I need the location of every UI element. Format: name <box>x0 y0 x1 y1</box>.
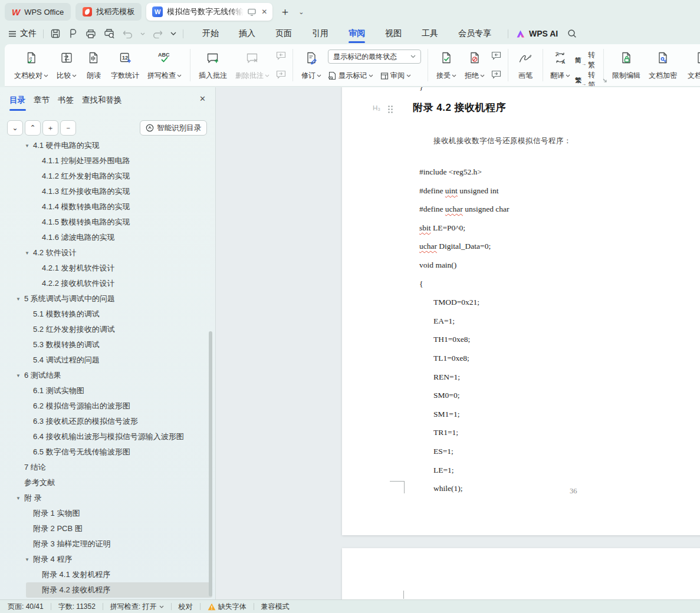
doc-proofread-button[interactable]: a 文档校对 <box>10 46 52 84</box>
show-markup-button[interactable]: 显示标记 <box>328 71 373 81</box>
to-simplified-button[interactable]: 繁→ 转简 <box>575 70 597 87</box>
encrypt-document-button[interactable]: 文档加密 <box>645 46 681 84</box>
sidebar-tab-chapters[interactable]: 章节 <box>34 95 50 107</box>
expand-all-button[interactable]: ⌄ <box>7 120 23 136</box>
menu-tab-reference[interactable]: 引用 <box>302 24 339 44</box>
toc-item[interactable]: 5.4 调试过程的问题 <box>0 352 215 368</box>
save-icon[interactable] <box>50 28 61 39</box>
tab-wps-office-home[interactable]: W WPS Office <box>5 3 71 21</box>
track-changes-button[interactable]: 修订 <box>297 46 326 84</box>
zoom-in-level-button[interactable]: ＋ <box>42 120 58 136</box>
document-canvas[interactable]: } H₃ 附录 4.2 接收机程序 接收机接收数字信号还原模拟信号程序： #in… <box>216 87 700 599</box>
restrict-editing-button[interactable]: 限制编辑 <box>608 46 645 84</box>
menu-tab-home[interactable]: 开始 <box>192 24 229 44</box>
expand-arrow-icon[interactable]: ▼ <box>25 143 33 149</box>
toc-item[interactable]: 4.2.2 接收机软件设计 <box>0 276 215 291</box>
sidebar-tab-bookmarks[interactable]: 书签 <box>58 95 74 107</box>
menu-tab-page[interactable]: 页面 <box>265 24 302 44</box>
toc-scroll-area[interactable]: ▼4.1 硬件电路的实现4.1.1 控制处理器外围电路4.1.2 红外发射电路的… <box>0 141 215 599</box>
menu-tab-view[interactable]: 视图 <box>375 24 412 44</box>
tab-list-chevron-icon[interactable]: ⌄ <box>297 8 305 16</box>
toc-item[interactable]: 附录 2 PCB 图 <box>0 521 215 536</box>
spellcheck-status[interactable]: 拼写检查: 打开 <box>110 602 164 612</box>
word-count-indicator[interactable]: 字数: 11352 <box>58 602 96 612</box>
translate-button[interactable]: 文A 翻译 <box>547 46 573 84</box>
page-indicator[interactable]: 页面: 40/41 <box>8 602 44 612</box>
quick-access-chevron-icon[interactable] <box>170 32 176 35</box>
missing-font-warning[interactable]: 缺失字体 <box>208 602 247 612</box>
toc-item[interactable]: 4.2.1 发射机软件设计 <box>0 261 215 276</box>
toc-item[interactable]: 附录 4.1 发射机程序 <box>0 567 215 582</box>
toc-item[interactable]: ▼4.2 软件设计 <box>0 245 215 261</box>
toc-item[interactable]: 5.2 红外发射接收的调试 <box>0 322 215 337</box>
toc-item[interactable]: 4.1.6 滤波电路的实现 <box>0 230 215 245</box>
toc-item[interactable]: 5.3 数模转换的调试 <box>0 337 215 352</box>
wps-ai-button[interactable]: WPS AI <box>516 29 558 38</box>
sidebar-tab-contents[interactable]: 目录 <box>9 95 25 107</box>
close-sidebar-icon[interactable]: ✕ <box>199 94 206 103</box>
print-preview-icon[interactable] <box>104 28 115 39</box>
presentation-mode-icon[interactable] <box>248 8 256 16</box>
markup-state-dropdown[interactable]: 显示标记的最终状态 <box>328 50 421 64</box>
toc-item[interactable]: 6.2 模拟信号源输出的波形图 <box>0 398 215 414</box>
read-aloud-button[interactable]: 朗读 <box>81 46 107 84</box>
menu-tab-insert[interactable]: 插入 <box>229 24 265 44</box>
previous-change-icon[interactable] <box>491 51 502 61</box>
expand-arrow-icon[interactable]: ▼ <box>25 251 33 256</box>
next-change-icon[interactable] <box>491 70 502 80</box>
toc-item[interactable]: ▼附录 4 程序 <box>0 552 215 567</box>
document-permission-button[interactable]: 文档权限 <box>681 46 700 84</box>
file-menu[interactable]: 文件 <box>8 28 37 39</box>
close-tab-icon[interactable]: ✕ <box>261 8 267 16</box>
menu-tab-tools[interactable]: 工具 <box>412 24 448 44</box>
toc-item[interactable]: 4.1.2 红外发射电路的实现 <box>0 169 215 184</box>
new-tab-button[interactable]: ＋ <box>277 6 293 17</box>
toc-item[interactable]: ▼附 录 <box>0 490 215 506</box>
review-pane-button[interactable]: 审阅 <box>380 71 411 81</box>
spell-check-button[interactable]: ABC 拼写检查 <box>143 46 186 84</box>
toc-item[interactable]: 6.4 接收机输出波形与模拟信号源输入波形图 <box>0 429 215 444</box>
expand-arrow-icon[interactable]: ▼ <box>16 373 24 378</box>
expand-arrow-icon[interactable]: ▼ <box>16 496 24 501</box>
toc-item[interactable]: 附录 3 抽样定理的证明 <box>0 536 215 552</box>
zoom-out-level-button[interactable]: － <box>60 120 76 136</box>
toc-item[interactable]: 4.1.5 数模转换电路的实现 <box>0 215 215 230</box>
toc-item[interactable]: 4.1.3 红外接收电路的实现 <box>0 184 215 199</box>
toc-item[interactable]: 附录 4.2 接收机程序 <box>0 582 215 598</box>
accept-change-button[interactable]: 接受 <box>432 46 461 84</box>
toc-item[interactable]: 7 结论 <box>0 460 215 475</box>
toc-item[interactable]: 4.1.1 控制处理器外围电路 <box>0 153 215 169</box>
collapse-group-arrow-icon[interactable] <box>603 78 607 83</box>
tab-current-document[interactable]: W 模拟信号数字无线传输演示系统 ✕ <box>146 3 272 21</box>
toc-item[interactable]: ▼6 测试结果 <box>0 368 215 383</box>
toc-item[interactable]: 5.1 模数转换的调试 <box>0 306 215 322</box>
toc-item[interactable]: 参考文献 <box>0 475 215 490</box>
expand-arrow-icon[interactable]: ▼ <box>16 296 24 302</box>
smart-toc-button[interactable]: 智能识别目录 <box>140 120 207 136</box>
toc-item[interactable]: ▼5 系统调试与调试中的问题 <box>0 291 215 306</box>
collapse-all-button[interactable]: ⌃ <box>25 120 41 136</box>
insert-comment-button[interactable]: 插入批注 <box>195 46 231 84</box>
sidebar-scrollbar[interactable] <box>209 331 212 596</box>
drag-handle-icon[interactable] <box>387 105 393 114</box>
pen-button[interactable]: 画笔 <box>512 46 538 84</box>
word-count-button[interactable]: 12 字数统计 <box>107 46 143 84</box>
toc-item[interactable]: 6.1 测试实物图 <box>0 383 215 398</box>
compare-button[interactable]: 比较 <box>52 46 81 84</box>
tab-docer-templates[interactable]: 找稻壳模板 <box>75 3 142 21</box>
to-traditional-button[interactable]: 简→ 转繁 <box>575 50 597 70</box>
export-pdf-icon[interactable] <box>68 28 78 39</box>
toc-item[interactable]: 6.5 数字信号无线传输波形图 <box>0 444 215 460</box>
toc-item[interactable]: 附录 1 实物图 <box>0 506 215 521</box>
menu-tab-membership[interactable]: 会员专享 <box>448 24 501 44</box>
expand-arrow-icon[interactable]: ▼ <box>25 557 33 562</box>
print-icon[interactable] <box>86 29 96 39</box>
toc-item[interactable]: 6.3 接收机还原的模拟信号波形 <box>0 414 215 429</box>
reject-change-button[interactable]: 拒绝 <box>461 46 489 84</box>
proofread-status[interactable]: 校对 <box>179 602 193 612</box>
menu-tab-review[interactable]: 审阅 <box>339 24 375 44</box>
toc-item[interactable]: ▼4.1 硬件电路的实现 <box>0 141 215 153</box>
search-icon[interactable] <box>567 29 577 38</box>
sidebar-tab-find-replace[interactable]: 查找和替换 <box>82 95 122 107</box>
toc-item[interactable]: 4.1.4 模数转换电路的实现 <box>0 199 215 215</box>
